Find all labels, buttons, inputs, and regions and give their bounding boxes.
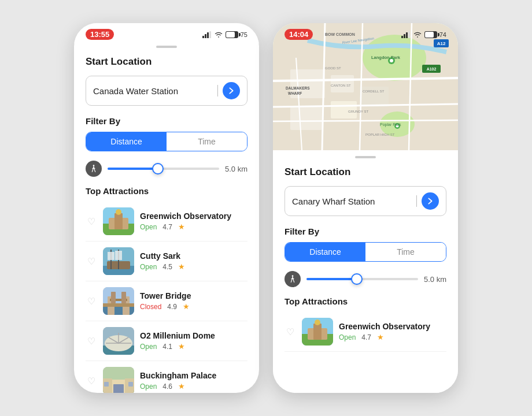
filter-distance-btn-2[interactable]: Distance	[285, 243, 365, 261]
signal-icon	[202, 31, 212, 38]
filter-time-btn-2[interactable]: Time	[365, 243, 446, 261]
walk-icon-1	[86, 161, 102, 177]
slider-thumb-2[interactable]	[351, 273, 363, 285]
filter-time-btn-1[interactable]: Time	[167, 132, 247, 151]
search-input-1[interactable]	[93, 86, 213, 96]
arrow-right-icon-1	[227, 86, 236, 95]
poplar-high-label: POPLAR HIGH ST	[365, 133, 395, 136]
go-button-2[interactable]	[422, 192, 439, 210]
attraction-item: ♡ Cutty Sark Open 4.5 ★	[86, 242, 247, 281]
attraction-rating: 4.7	[361, 333, 371, 341]
status-time-2: 14:04	[285, 29, 313, 40]
svg-rect-36	[113, 384, 124, 393]
walk-icon-2	[285, 271, 301, 287]
attraction-name: Greenwich Observatory	[339, 322, 446, 331]
attraction-name: O2 Millenium Dome	[140, 331, 247, 340]
attraction-star: ★	[178, 382, 185, 391]
attraction-rating: 4.6	[162, 382, 172, 391]
poplar-park-label: Poplar Park	[380, 122, 401, 127]
battery-icon-1	[226, 31, 238, 38]
battery-label-1: 75	[241, 31, 247, 38]
attraction-item: ♡ Tower Bridge Closed 4.9 ★	[86, 281, 247, 321]
attraction-rating: 4.1	[162, 343, 172, 351]
building-4	[290, 107, 322, 130]
attraction-meta: Open 4.1 ★	[140, 342, 247, 351]
svg-rect-41	[401, 36, 403, 38]
attraction-name: Tower Bridge	[140, 291, 247, 300]
attraction-meta: Open 4.7 ★	[140, 222, 247, 231]
battery-label-2: 74	[439, 31, 446, 38]
heart-icon[interactable]: ♡	[86, 335, 97, 347]
status-bar-1: 13:55 75	[74, 23, 259, 43]
attraction-thumbnail	[103, 367, 134, 393]
heart-icon[interactable]: ♡	[86, 255, 97, 267]
search-input-2[interactable]	[292, 196, 412, 206]
slider-track-2[interactable]	[306, 278, 418, 280]
attraction-thumbnail	[103, 327, 134, 355]
svg-rect-24	[121, 292, 126, 303]
slider-thumb-1[interactable]	[152, 163, 164, 174]
attractions-list-2: ♡ Greenwich Observatory Open 4.7 ★	[285, 312, 446, 384]
slider-row-2: 5.0 km	[285, 271, 446, 287]
attraction-info: Greenwich Observatory Open 4.7 ★	[339, 322, 446, 341]
start-location-title-1: Start Location	[86, 56, 247, 68]
heart-icon[interactable]: ♡	[86, 216, 97, 227]
status-bar-2: 14:04 74	[273, 23, 458, 43]
heart-icon[interactable]: ♡	[86, 295, 97, 307]
attraction-name: Buckingham Palace	[140, 371, 247, 380]
attraction-thumbnail	[302, 318, 333, 346]
attraction-star: ★	[377, 333, 384, 341]
heart-icon[interactable]: ♡	[285, 326, 296, 337]
attraction-info: Cutty Sark Open 4.5 ★	[140, 251, 247, 271]
svg-rect-44	[408, 31, 410, 38]
pedestrian-icon-1	[89, 164, 98, 173]
input-divider-2	[416, 195, 417, 207]
filter-buttons-1: Distance Time	[86, 132, 247, 151]
search-input-wrap-2[interactable]	[285, 186, 446, 216]
status-time-1: 13:55	[86, 29, 114, 40]
signal-icon-2	[401, 31, 411, 38]
attraction-status: Open	[140, 343, 157, 351]
slider-label-1: 5.0 km	[225, 165, 247, 173]
attraction-thumbnail	[103, 207, 134, 235]
arrow-right-icon-2	[426, 196, 435, 206]
pedestrian-icon-2	[288, 274, 297, 284]
start-location-title-2: Start Location	[285, 166, 446, 178]
filter-distance-btn-1[interactable]: Distance	[86, 132, 167, 151]
sheet-body-2: Start Location Filter By Distance Time	[273, 166, 458, 384]
map-area-2: 14:04 74	[273, 23, 458, 150]
status-icons-2: 74	[401, 31, 446, 38]
sheet-handle-2	[355, 156, 376, 158]
attraction-thumbnail	[103, 287, 134, 315]
svg-rect-50	[313, 324, 322, 340]
svg-rect-15	[108, 252, 114, 260]
go-button-1[interactable]	[223, 82, 240, 99]
slider-track-1[interactable]	[108, 168, 219, 170]
langdon-park-label: Langdon Park	[371, 55, 401, 60]
attraction-star: ★	[178, 342, 185, 351]
attraction-status: Open	[140, 263, 157, 271]
attraction-status: Open	[339, 333, 356, 341]
wifi-icon	[214, 31, 223, 38]
attraction-star: ★	[178, 222, 185, 231]
attraction-meta: Open 4.5 ★	[140, 262, 247, 271]
attraction-star: ★	[183, 302, 190, 311]
status-icons-1: 75	[202, 31, 247, 38]
svg-rect-1	[205, 34, 206, 38]
grundy-st-label: GRUNDY ST	[348, 110, 369, 113]
attraction-item: ♡ Greenwich Observatory Open 4.7 ★	[285, 312, 446, 352]
attraction-meta: Open 4.6 ★	[140, 382, 247, 391]
svg-rect-2	[207, 32, 209, 38]
attraction-status: Open	[140, 223, 157, 231]
heart-icon[interactable]: ♡	[86, 375, 97, 387]
svg-rect-16	[115, 251, 122, 260]
svg-rect-8	[114, 213, 123, 229]
attraction-meta: Closed 4.9 ★	[140, 302, 247, 311]
wharf-label: WHARF	[288, 91, 302, 95]
battery-icon-2	[424, 31, 437, 38]
attraction-rating: 4.9	[167, 303, 177, 311]
slider-fill-2	[306, 278, 357, 280]
search-input-wrap-1[interactable]	[86, 76, 247, 106]
attraction-info: O2 Millenium Dome Open 4.1 ★	[140, 331, 247, 351]
good-st-label: GOOD ST	[325, 66, 341, 70]
